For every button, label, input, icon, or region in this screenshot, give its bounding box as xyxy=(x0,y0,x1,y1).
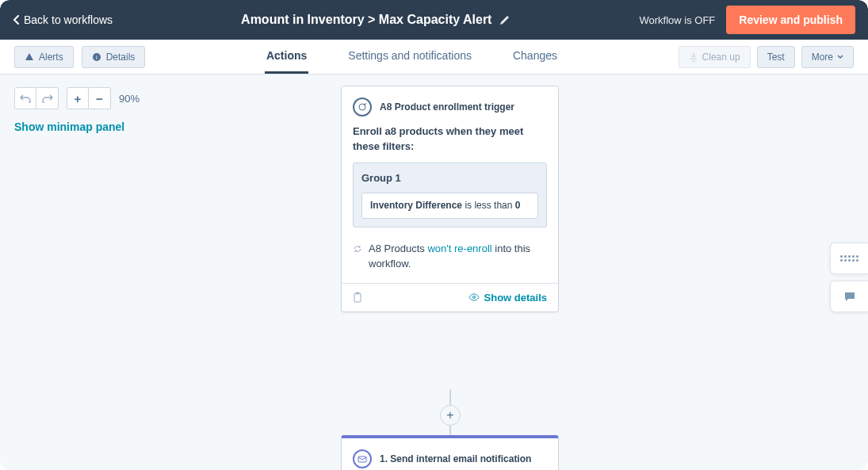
nav-left: Alerts i Details xyxy=(14,46,145,68)
action-title: 1. Send internal email notification xyxy=(380,453,531,464)
test-button[interactable]: Test xyxy=(757,46,795,68)
filter-field: Inventory Difference xyxy=(370,200,462,211)
redo-button[interactable] xyxy=(36,87,59,109)
reenroll-note: A8 Products won't re-enroll into this wo… xyxy=(353,242,547,272)
back-label: Back to workflows xyxy=(24,13,113,26)
workflow-title: Amount in Inventory > Max Capacity Alert xyxy=(241,13,491,27)
details-button[interactable]: i Details xyxy=(82,46,146,68)
svg-text:i: i xyxy=(96,54,98,61)
add-step-button[interactable]: + xyxy=(440,405,461,426)
workflow-status: Workflow is OFF xyxy=(639,14,715,26)
trigger-footer: Show details xyxy=(342,283,558,311)
alerts-label: Alerts xyxy=(39,52,63,63)
clipboard-icon[interactable] xyxy=(353,292,362,303)
nav-tabs: Actions Settings and notifications Chang… xyxy=(145,40,678,74)
filter-group-1[interactable]: Group 1 Inventory Difference is less tha… xyxy=(353,162,547,227)
trigger-intro: Enroll a8 products when they meet these … xyxy=(353,124,547,155)
refresh-icon xyxy=(353,244,362,254)
reenroll-prefix: A8 Products xyxy=(369,243,427,254)
action-header: 1. Send internal email notification xyxy=(342,438,558,470)
workflow-canvas[interactable]: + − 90% Show minimap panel A8 Product en… xyxy=(0,75,868,470)
tab-changes[interactable]: Changes xyxy=(511,40,559,74)
alert-icon xyxy=(25,52,34,62)
email-icon xyxy=(353,449,372,468)
undo-button[interactable] xyxy=(14,87,36,109)
zoom-level: 90% xyxy=(119,93,140,105)
back-to-workflows-link[interactable]: Back to workflows xyxy=(13,13,113,26)
cleanup-label: Clean up xyxy=(702,52,740,63)
zoom-in-button[interactable]: + xyxy=(67,87,89,109)
show-details-label: Show details xyxy=(484,292,547,304)
info-icon: i xyxy=(92,52,101,62)
tab-actions[interactable]: Actions xyxy=(265,40,308,74)
rail-chat-button[interactable] xyxy=(830,281,868,312)
trigger-icon xyxy=(353,97,372,117)
more-button[interactable]: More xyxy=(801,46,854,68)
trigger-header: A8 Product enrollment trigger xyxy=(342,86,558,124)
history-group xyxy=(14,87,59,109)
zoom-group: + − xyxy=(67,87,111,109)
grid-icon xyxy=(840,255,858,262)
review-publish-button[interactable]: Review and publish xyxy=(726,6,855,34)
details-label: Details xyxy=(106,52,136,63)
tab-settings[interactable]: Settings and notifications xyxy=(346,40,473,74)
alerts-button[interactable]: Alerts xyxy=(14,46,74,68)
cleanup-icon xyxy=(689,52,698,62)
edit-title-icon[interactable] xyxy=(499,14,510,25)
zoom-out-button[interactable]: − xyxy=(89,87,111,109)
filter-item[interactable]: Inventory Difference is less than 0 xyxy=(361,193,538,219)
svg-point-5 xyxy=(472,296,475,299)
show-details-link[interactable]: Show details xyxy=(468,292,547,304)
filter-value: 0 xyxy=(515,200,521,211)
more-label: More xyxy=(812,52,833,63)
group-label: Group 1 xyxy=(361,171,538,186)
side-rail xyxy=(830,243,868,312)
action-email-card[interactable]: 1. Send internal email notification Send… xyxy=(341,435,559,470)
nav-bar: Alerts i Details Actions Settings and no… xyxy=(0,40,868,75)
chat-icon xyxy=(843,291,856,302)
svg-rect-3 xyxy=(354,293,361,302)
nav-right: Clean up Test More xyxy=(679,46,854,68)
top-bar: Back to workflows Amount in Inventory > … xyxy=(0,0,868,40)
cleanup-button[interactable]: Clean up xyxy=(679,46,751,68)
rail-grid-button[interactable] xyxy=(830,243,868,274)
reenroll-link[interactable]: won't re-enroll xyxy=(427,243,491,254)
eye-icon xyxy=(468,293,480,301)
canvas-toolbar: + − 90% xyxy=(14,87,140,109)
chevron-left-icon xyxy=(13,15,19,25)
chevron-down-icon xyxy=(837,55,843,59)
undo-icon xyxy=(20,94,31,103)
enrollment-trigger-card[interactable]: A8 Product enrollment trigger Enroll a8 … xyxy=(341,86,559,312)
show-minimap-link[interactable]: Show minimap panel xyxy=(14,120,124,133)
topbar-right: Workflow is OFF Review and publish xyxy=(639,6,855,34)
redo-icon xyxy=(42,94,53,103)
filter-op: is less than xyxy=(462,200,515,211)
trigger-body: Enroll a8 products when they meet these … xyxy=(342,124,558,283)
title-area: Amount in Inventory > Max Capacity Alert xyxy=(113,13,639,27)
trigger-title: A8 Product enrollment trigger xyxy=(380,101,514,113)
